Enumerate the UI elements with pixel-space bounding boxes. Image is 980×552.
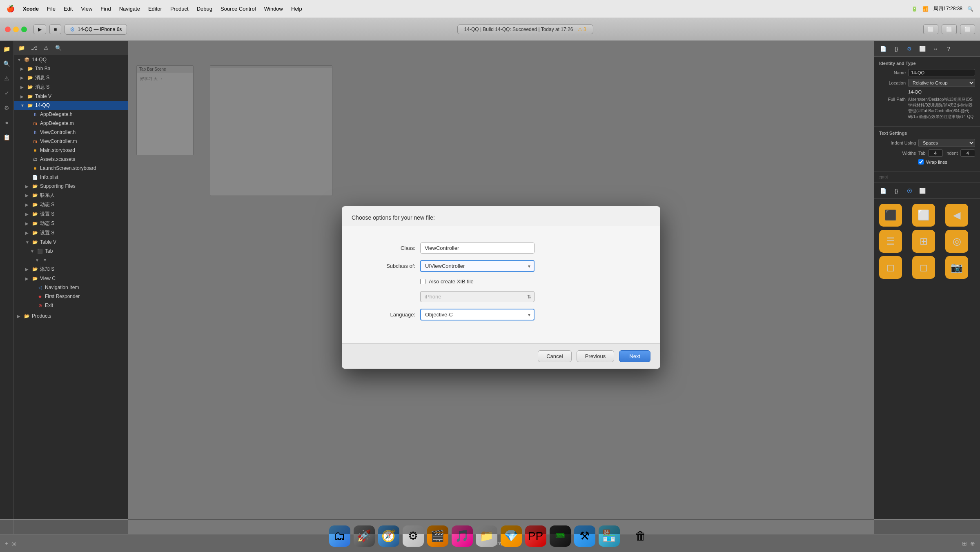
menu-debug[interactable]: Debug xyxy=(197,6,212,12)
navigator-icon[interactable]: 📁 xyxy=(2,44,12,54)
menu-edit[interactable]: Edit xyxy=(64,6,73,12)
scheme-selector[interactable]: ⚙ 14-QQ — iPhone 6s xyxy=(65,24,127,35)
view-left-btn[interactable]: ⬜ xyxy=(923,24,938,34)
tree-item-nav-item[interactable]: ◁ Navigation Item xyxy=(14,283,128,292)
tree-item-msg-s2[interactable]: ▶ 📂 消息 S xyxy=(14,82,128,92)
tree-item-tab[interactable]: ▼ ⬛ Tab xyxy=(14,247,128,256)
obj-icon-container[interactable]: ◻ xyxy=(879,256,902,279)
menu-help[interactable]: Help xyxy=(291,6,302,12)
menu-file[interactable]: File xyxy=(47,6,56,12)
menu-find[interactable]: Find xyxy=(100,6,111,12)
rs-code-btn[interactable]: {} xyxy=(891,44,902,53)
sidebar-folder-icon[interactable]: 📁 xyxy=(17,43,26,52)
apple-menu[interactable]: 🍎 xyxy=(7,5,15,13)
search-nav-icon[interactable]: 🔍 xyxy=(2,59,12,69)
search-icon[interactable]: 🔍 xyxy=(967,6,973,12)
tree-item-appdelegate-h[interactable]: h AppDelegate.h xyxy=(14,110,128,119)
obj-icon-back[interactable]: ◀ xyxy=(945,204,968,227)
tree-item-viewcontroller-h[interactable]: h ViewController.h xyxy=(14,128,128,137)
test-icon[interactable]: ✓ xyxy=(2,88,12,98)
obj-icon-view[interactable]: ◻ xyxy=(912,256,935,279)
close-button[interactable] xyxy=(5,27,11,32)
tree-item-supporting-files[interactable]: ▶ 📂 Supporting Files xyxy=(14,182,128,191)
sidebar-git-icon[interactable]: ⎇ xyxy=(29,43,38,52)
tree-item-view-c[interactable]: ▶ 📂 View C xyxy=(14,274,128,283)
tree-item-launchscreen[interactable]: ■ LaunchScreen.storyboard xyxy=(14,164,128,173)
obj-icon-camera[interactable]: 📷 xyxy=(945,256,968,279)
rs-size-btn[interactable]: ⬜ xyxy=(917,44,928,53)
rs-attr-btn[interactable]: ⚙ xyxy=(904,44,915,53)
wrap-lines-checkbox[interactable] xyxy=(918,159,924,165)
tree-item-exit[interactable]: ⊗ Exit xyxy=(14,301,128,310)
obj-circle-btn[interactable]: ⦿ xyxy=(904,186,915,195)
tree-item-dong-tai2[interactable]: ▶ 📂 动态 S xyxy=(14,219,128,228)
tree-item-table-v[interactable]: ▶ 📂 Table V xyxy=(14,92,128,101)
rs-connect-btn[interactable]: ↔ xyxy=(930,44,941,53)
maximize-button[interactable] xyxy=(21,27,27,32)
debug-icon[interactable]: ⚙ xyxy=(2,103,12,113)
previous-button[interactable]: Previous xyxy=(577,350,615,362)
subclass-label: Subclass of: xyxy=(366,263,415,269)
cancel-button[interactable]: Cancel xyxy=(538,350,571,362)
tree-item-add-s[interactable]: ▶ 📂 添加 S xyxy=(14,265,128,274)
obj-icon-tabbar[interactable]: ⬛ xyxy=(879,204,902,227)
run-button[interactable]: ▶ xyxy=(33,24,46,34)
xib-checkbox[interactable] xyxy=(420,279,425,284)
report-icon[interactable]: 📋 xyxy=(2,132,12,142)
tree-item-settings2[interactable]: ▶ 📂 设置 S xyxy=(14,228,128,238)
tree-item-appdelegate-m[interactable]: m AppDelegate.m xyxy=(14,119,128,128)
view-bottom-btn[interactable]: ⬜ xyxy=(942,24,957,34)
menu-source-control[interactable]: Source Control xyxy=(220,6,256,12)
device-input xyxy=(420,291,535,302)
subclass-select[interactable]: UIViewController UITableViewController U… xyxy=(420,260,535,272)
location-select[interactable]: Relative to Group Absolute Path xyxy=(908,79,975,87)
obj-icon-scan[interactable]: ◎ xyxy=(945,230,968,253)
menu-editor[interactable]: Editor xyxy=(148,6,162,12)
language-select-wrapper: Objective-C Swift xyxy=(420,309,535,321)
tree-item-tab-inner[interactable]: ▼ ≡ xyxy=(14,256,128,265)
tree-item-table-v2[interactable]: ▼ 📂 Table V xyxy=(14,238,128,247)
menu-window[interactable]: Window xyxy=(264,6,283,12)
menu-view[interactable]: View xyxy=(81,6,92,12)
obj-icon-tabcontroller[interactable]: ⬜ xyxy=(912,204,935,227)
tree-item-main-storyboard[interactable]: ■ Main.storyboard xyxy=(14,146,128,155)
sidebar-warn-icon[interactable]: ⚠ xyxy=(42,43,51,52)
obj-file-btn[interactable]: 📄 xyxy=(878,186,889,195)
rs-file-btn[interactable]: 📄 xyxy=(878,44,889,53)
issues-icon[interactable]: ⚠ xyxy=(2,73,12,83)
tree-item-products[interactable]: ▶ 📂 Products xyxy=(14,312,128,321)
language-select[interactable]: Objective-C Swift xyxy=(420,309,535,321)
indent-size-input[interactable] xyxy=(960,149,975,157)
view-right-btn[interactable]: ⬜ xyxy=(960,24,975,34)
class-input[interactable] xyxy=(420,243,535,254)
tree-item-assets[interactable]: 🗂 Assets.xcassets xyxy=(14,155,128,164)
tree-item-viewcontroller-m[interactable]: m ViewController.m xyxy=(14,137,128,146)
next-button[interactable]: Next xyxy=(619,350,650,362)
tree-item-msg-s1[interactable]: ▶ 📂 消息 S xyxy=(14,73,128,82)
menu-navigate[interactable]: Navigate xyxy=(119,6,140,12)
tree-item-dong-tai[interactable]: ▶ 📂 动态 S xyxy=(14,200,128,209)
menu-product[interactable]: Product xyxy=(170,6,189,12)
tree-item-first-responder[interactable]: ★ First Responder xyxy=(14,292,128,301)
tree-item-tab-ba[interactable]: ▶ 📂 Tab Ba xyxy=(14,64,128,73)
tree-item-settings[interactable]: ▶ 📂 设置 S xyxy=(14,209,128,219)
obj-square-btn[interactable]: ⬜ xyxy=(917,186,928,195)
rs-help-btn[interactable]: ? xyxy=(943,44,954,53)
minimize-button[interactable] xyxy=(13,27,19,32)
tree-item-info-plist[interactable]: 📄 Info.plist xyxy=(14,173,128,182)
scheme-label: 14-QQ — iPhone 6s xyxy=(78,27,122,32)
obj-code-btn[interactable]: {} xyxy=(891,186,902,195)
storyboard-canvas[interactable]: Tab Bar Scene 好学习 天 → Choose options for… xyxy=(128,41,874,534)
name-input[interactable] xyxy=(908,69,975,76)
tree-item-root[interactable]: ▼ 📦 14-QQ xyxy=(14,55,128,64)
tree-item-14qq[interactable]: ▼ 📂 14-QQ xyxy=(14,101,128,110)
menu-xcode[interactable]: Xcode xyxy=(23,6,39,12)
obj-icon-tableview[interactable]: ☰ xyxy=(879,230,902,253)
breakpoints-icon[interactable]: ● xyxy=(2,118,12,127)
stop-button[interactable]: ■ xyxy=(49,24,61,34)
tree-item-contacts[interactable]: ▶ 📂 联系人 xyxy=(14,191,128,200)
obj-icon-grid[interactable]: ⊞ xyxy=(912,230,935,253)
tab-size-input[interactable] xyxy=(928,149,943,157)
indent-using-select[interactable]: Spaces Tabs xyxy=(918,139,975,147)
sidebar-search-icon[interactable]: 🔍 xyxy=(54,43,63,52)
